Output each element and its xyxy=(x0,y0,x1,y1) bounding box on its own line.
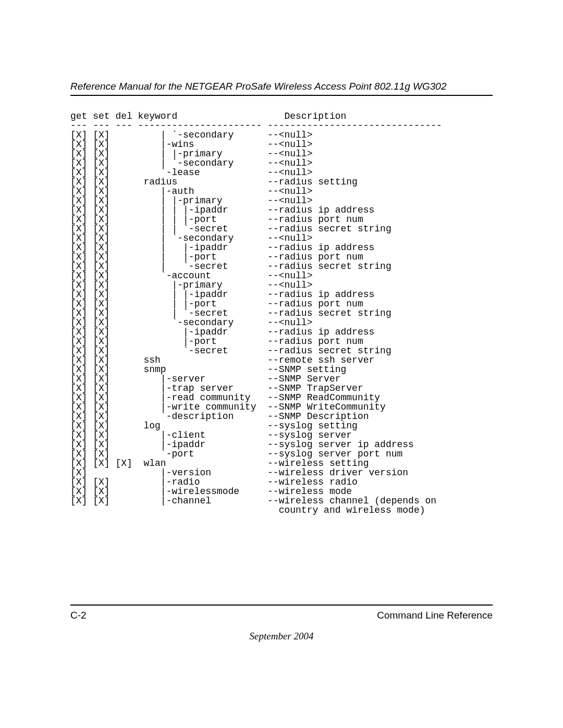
footer-date: September 2004 xyxy=(0,631,563,642)
header-rule xyxy=(70,95,493,96)
section-label: Command Line Reference xyxy=(377,610,493,621)
doc-header-title: Reference Manual for the NETGEAR ProSafe… xyxy=(70,81,493,92)
footer-rule xyxy=(70,604,493,606)
cli-reference-table: get set del keyword Description --- --- … xyxy=(70,112,493,515)
page-number: C-2 xyxy=(70,610,87,621)
